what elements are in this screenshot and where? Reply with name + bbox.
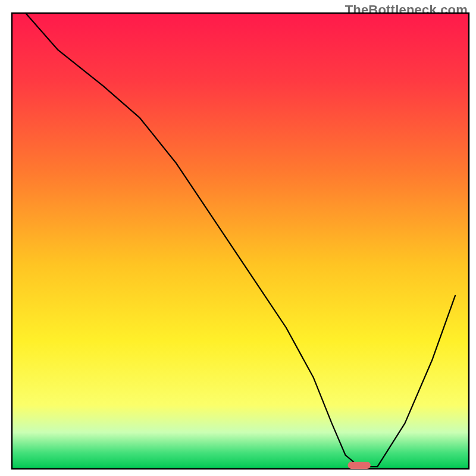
bottleneck-chart-svg: [0, 0, 476, 476]
chart-stage: TheBottleneck.com: [0, 0, 476, 476]
plot-background: [12, 13, 469, 469]
optimal-marker: [348, 462, 371, 469]
